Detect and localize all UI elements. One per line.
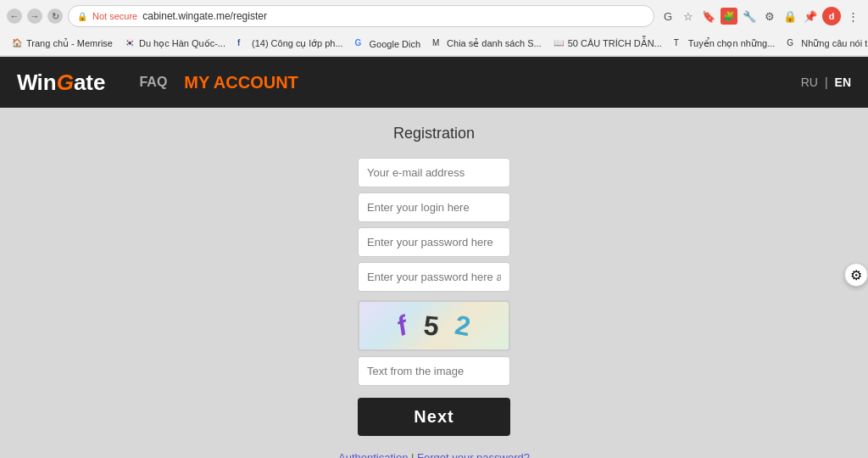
- captcha-char-1: f: [392, 310, 412, 342]
- header-right: RU | EN: [801, 75, 851, 89]
- forward-button[interactable]: →: [27, 8, 42, 24]
- profile-icon[interactable]: d: [822, 7, 841, 25]
- logo-win: W: [17, 70, 37, 96]
- lang-en-button[interactable]: EN: [835, 75, 851, 89]
- password-confirm-input[interactable]: [358, 262, 510, 292]
- email-input[interactable]: [358, 158, 510, 187]
- password-input[interactable]: [358, 227, 510, 257]
- browser-icons: G ☆ 🔖 🧩 🔧 ⚙ 🔒 📌 d ⋮: [659, 7, 861, 25]
- logo-in: in: [37, 70, 57, 96]
- browser-chrome: ← → ↻ 🔒 Not secure cabinet.wingate.me/re…: [0, 0, 868, 57]
- bookmarks-bar: 🏠 Trang chủ - Memrise 🇰🇷 Du học Hàn Quốc…: [0, 32, 868, 56]
- quotes-favicon: 📖: [554, 38, 565, 50]
- footer-links: Authentication | Forgot your password? R…: [338, 448, 530, 458]
- bookmark-interesting-label: Những câu nói thú...: [801, 38, 868, 49]
- extension4-icon[interactable]: 🔒: [782, 8, 798, 25]
- authentication-link[interactable]: Authentication: [338, 451, 408, 458]
- registration-form: f 5 2 Next: [358, 158, 510, 436]
- fb-favicon: f: [237, 38, 249, 50]
- header: W in G ate FAQ MY ACCOUNT RU | EN: [0, 57, 868, 108]
- next-button[interactable]: Next: [358, 398, 510, 436]
- bookmark-star-icon[interactable]: ☆: [680, 8, 697, 25]
- bookmark-memrise-label: Trang chủ - Memrise: [26, 38, 113, 49]
- logo-ate: ate: [74, 70, 106, 96]
- reload-button[interactable]: ↻: [47, 8, 63, 24]
- bookmark-fb-label: (14) Công cụ lớp ph...: [252, 38, 343, 49]
- lang-separator: |: [825, 75, 828, 89]
- bookmark-gt-label: Google Dich: [370, 39, 421, 49]
- address-bar[interactable]: 🔒 Not secure cabinet.wingate.me/register: [68, 5, 654, 27]
- logo-g: G: [57, 70, 74, 96]
- extension-puzzle-icon[interactable]: 🧩: [721, 8, 737, 25]
- bookmark-facebook[interactable]: f (14) Công cụ lớp ph...: [232, 36, 348, 52]
- not-secure-label: Not secure: [92, 11, 137, 21]
- captcha-char-2: 5: [422, 310, 440, 342]
- forgot-password-link[interactable]: Forgot your password?: [417, 451, 530, 458]
- menu-icon[interactable]: ⋮: [844, 8, 861, 25]
- lock-icon: 🔒: [77, 12, 87, 21]
- bookmark-google-translate[interactable]: G Google Dich: [350, 36, 426, 52]
- captcha-image: f 5 2: [358, 300, 510, 351]
- selected-favicon: T: [674, 38, 686, 50]
- browser-nav: ← → ↻ 🔒 Not secure cabinet.wingate.me/re…: [0, 0, 868, 32]
- bookmark-korean-label: Du học Hàn Quốc-...: [139, 38, 225, 49]
- captcha-char-3: 2: [453, 309, 473, 343]
- bookmark-interesting[interactable]: G Những câu nói thú...: [782, 36, 868, 52]
- share-favicon: M: [432, 38, 444, 50]
- footer-separator: |: [411, 451, 417, 458]
- bookmark-share[interactable]: M Chia sẻ danh sách S...: [427, 36, 547, 52]
- extension5-icon[interactable]: 📌: [802, 8, 819, 25]
- floating-extension-button[interactable]: ⚙: [844, 263, 868, 287]
- back-button[interactable]: ←: [7, 8, 22, 24]
- captcha-input[interactable]: [358, 356, 510, 386]
- bookmark-icon[interactable]: 🔖: [700, 8, 717, 25]
- main-content: Registration f 5 2 Next Authentication |…: [0, 108, 868, 458]
- interesting-favicon: G: [787, 38, 798, 50]
- gt-favicon: G: [355, 38, 367, 50]
- lang-ru-button[interactable]: RU: [801, 75, 818, 89]
- google-icon[interactable]: G: [659, 8, 676, 25]
- url-text: cabinet.wingate.me/register: [142, 10, 267, 22]
- bookmark-korean[interactable]: 🇰🇷 Du học Hàn Quốc-...: [120, 36, 231, 52]
- faq-link[interactable]: FAQ: [139, 75, 167, 90]
- bookmark-share-label: Chia sẻ danh sách S...: [447, 38, 542, 49]
- extension3-icon[interactable]: ⚙: [761, 8, 778, 25]
- memrise-favicon: 🏠: [12, 38, 24, 50]
- bookmark-memrise[interactable]: 🏠 Trang chủ - Memrise: [7, 36, 118, 52]
- extension2-icon[interactable]: 🔧: [741, 8, 758, 25]
- registration-title: Registration: [393, 125, 475, 142]
- bookmark-quotes-label: 50 CÂU TRÍCH DẪN...: [568, 38, 662, 49]
- bookmark-quotes[interactable]: 📖 50 CÂU TRÍCH DẪN...: [548, 36, 667, 52]
- login-input[interactable]: [358, 193, 510, 222]
- korean-favicon: 🇰🇷: [125, 38, 136, 50]
- bookmark-selected[interactable]: T Tuyển chọn những...: [669, 36, 781, 52]
- my-account-link[interactable]: MY ACCOUNT: [184, 73, 298, 92]
- app: W in G ate FAQ MY ACCOUNT RU | EN Regist…: [0, 57, 868, 458]
- logo: W in G ate: [17, 70, 105, 96]
- bookmark-selected-label: Tuyển chọn những...: [688, 38, 776, 49]
